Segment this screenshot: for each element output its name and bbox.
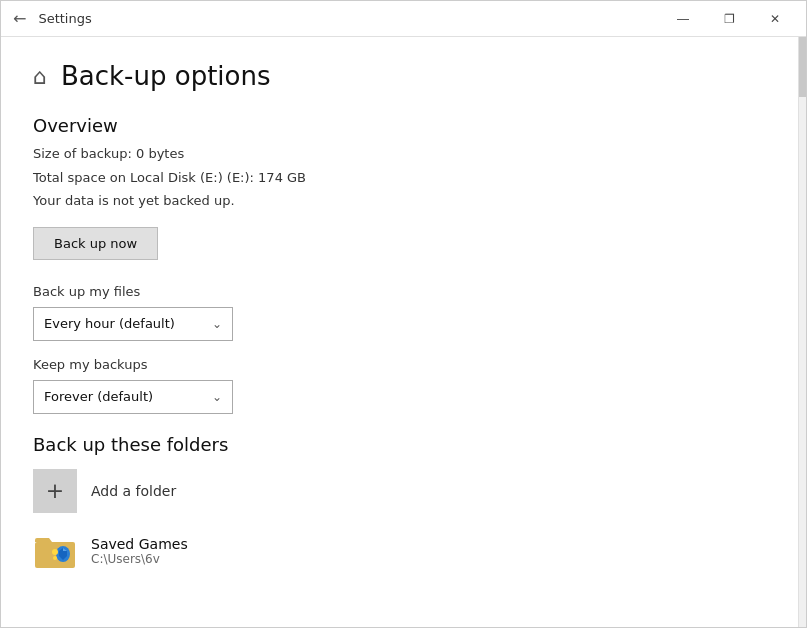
home-icon[interactable]: ⌂ [33, 64, 47, 89]
folders-section: Back up these folders + Add a folder [1, 414, 798, 573]
content-area: ⌂ Back-up options Overview Size of backu… [1, 37, 798, 627]
status-info: Your data is not yet backed up. [33, 191, 766, 211]
back-button[interactable]: ← [9, 5, 30, 32]
minimize-button[interactable]: — [660, 1, 706, 37]
add-folder-label: Add a folder [91, 483, 176, 499]
scrollbar-track[interactable] [798, 37, 806, 627]
backup-frequency-value: Every hour (default) [44, 316, 175, 331]
folder-info: Saved Games C:\Users\6v [91, 536, 188, 566]
maximize-button[interactable]: ❐ [706, 1, 752, 37]
svg-point-5 [53, 556, 57, 560]
backup-frequency-dropdown[interactable]: Every hour (default) ⌄ [33, 307, 233, 341]
overview-title: Overview [33, 115, 766, 136]
backup-keep-section: Keep my backups Forever (default) ⌄ [1, 341, 798, 414]
title-bar-controls: — ❐ ✕ [660, 1, 798, 37]
backup-keep-dropdown[interactable]: Forever (default) ⌄ [33, 380, 233, 414]
backup-now-button[interactable]: Back up now [33, 227, 158, 260]
window-body: ⌂ Back-up options Overview Size of backu… [1, 37, 806, 627]
overview-section: Overview Size of backup: 0 bytes Total s… [1, 107, 798, 268]
window-title: Settings [38, 11, 91, 26]
backup-frequency-label: Back up my files [33, 284, 766, 299]
scrollbar-thumb[interactable] [799, 37, 806, 97]
add-folder-icon: + [33, 469, 77, 513]
page-title: Back-up options [61, 61, 271, 91]
size-info: Size of backup: 0 bytes [33, 144, 766, 164]
chevron-down-icon-2: ⌄ [212, 390, 222, 404]
page-header: ⌂ Back-up options [1, 37, 798, 107]
svg-point-4 [52, 549, 58, 555]
folder-item-saved-games: Saved Games C:\Users\6v [33, 529, 766, 573]
title-bar: ← Settings — ❐ ✕ [1, 1, 806, 37]
folder-path: C:\Users\6v [91, 552, 188, 566]
folder-icon [33, 529, 77, 573]
add-folder-row[interactable]: + Add a folder [33, 469, 766, 513]
title-bar-left: ← Settings [9, 5, 660, 32]
close-button[interactable]: ✕ [752, 1, 798, 37]
backup-frequency-section: Back up my files Every hour (default) ⌄ [1, 268, 798, 341]
folders-title: Back up these folders [33, 434, 766, 455]
space-info: Total space on Local Disk (E:) (E:): 174… [33, 168, 766, 188]
backup-keep-value: Forever (default) [44, 389, 153, 404]
backup-keep-label: Keep my backups [33, 357, 766, 372]
folder-name: Saved Games [91, 536, 188, 552]
settings-window: ← Settings — ❐ ✕ ⌂ Back-up options Overv… [0, 0, 807, 628]
chevron-down-icon: ⌄ [212, 317, 222, 331]
